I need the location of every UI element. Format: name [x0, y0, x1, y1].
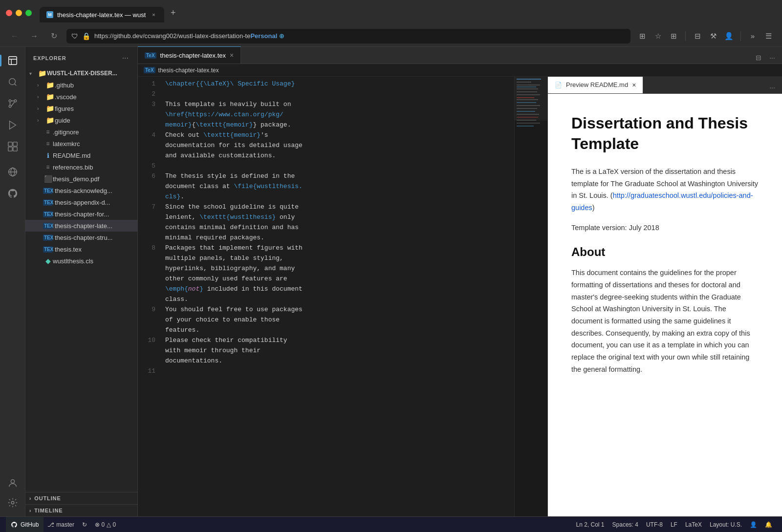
- outline-label: OUTLINE: [34, 495, 61, 501]
- star-icon[interactable]: ☆: [652, 30, 664, 42]
- sidebar-actions: ···: [121, 53, 130, 64]
- editor-tab-active[interactable]: TeX thesis-chapter-latex.tex ×: [138, 46, 241, 64]
- code-line-11: [165, 366, 510, 376]
- profiles-icon[interactable]: ⊞: [668, 30, 679, 42]
- tab-close-button[interactable]: ×: [150, 11, 157, 19]
- preview-more-button[interactable]: ···: [766, 82, 778, 93]
- sidebar-item-gitignore[interactable]: ≡ .gitignore: [25, 126, 137, 138]
- reload-button[interactable]: ↻: [47, 29, 61, 43]
- layout-label: Layout: U.S.: [710, 521, 742, 528]
- back-button[interactable]: ←: [8, 29, 22, 43]
- code-line-2: [165, 89, 510, 99]
- status-layout[interactable]: Layout: U.S.: [706, 517, 746, 532]
- preview-tab-active[interactable]: 📄 Preview README.md ×: [548, 77, 643, 93]
- sidebar-item-chapter-late[interactable]: TEX thesis-chapter-late...: [25, 220, 137, 232]
- activity-remote[interactable]: [3, 162, 22, 182]
- activity-run[interactable]: [3, 115, 22, 135]
- editor-area: TeX thesis-chapter-latex.tex × ⊟ ··· TeX…: [138, 47, 782, 516]
- gitignore-label: .gitignore: [53, 128, 133, 136]
- timeline-section[interactable]: › TIMELINE: [25, 504, 137, 516]
- guide-label: guide: [55, 117, 133, 124]
- errors-label: ⊗ 0: [95, 521, 105, 528]
- sidebar-item-thesis-tex[interactable]: TEX thesis.tex: [25, 243, 137, 255]
- status-sync[interactable]: ↻: [78, 517, 91, 532]
- code-content[interactable]: \chapter{{\LaTeX}\ Specific Usage} This …: [161, 77, 514, 516]
- chapter-for-label: thesis-chapter-for...: [55, 211, 133, 218]
- status-spaces[interactable]: Spaces: 4: [608, 517, 642, 532]
- status-encoding[interactable]: UTF-8: [642, 517, 667, 532]
- references-label: references.bib: [53, 164, 133, 171]
- activity-settings[interactable]: [3, 493, 22, 512]
- developer-tools-icon[interactable]: ⚒: [707, 30, 719, 42]
- split-view-icon[interactable]: ⊟: [692, 30, 703, 42]
- position-label: Ln 2, Col 1: [576, 521, 604, 528]
- sidebar-item-github[interactable]: › 📁 .github: [25, 79, 137, 91]
- new-tab-button[interactable]: +: [166, 6, 180, 20]
- thesis-tex-label: thesis.tex: [55, 246, 133, 253]
- tree-root[interactable]: ▾ 📁 WUSTL-LATEX-DISSER...: [25, 67, 137, 79]
- activity-account[interactable]: [3, 473, 22, 493]
- status-eol[interactable]: LF: [667, 517, 681, 532]
- menu-icon[interactable]: ☰: [762, 30, 774, 42]
- close-button[interactable]: [6, 10, 12, 16]
- svg-rect-7: [13, 142, 17, 146]
- acknowledg-label: thesis-acknowledg...: [55, 187, 133, 194]
- sidebar-item-guide[interactable]: › 📁 guide: [25, 114, 137, 126]
- status-position[interactable]: Ln 2, Col 1: [572, 517, 608, 532]
- line-numbers: 1 2 3 4 5 6 7 8: [138, 77, 161, 516]
- status-errors[interactable]: ⊗ 0 △ 0: [91, 517, 120, 532]
- sidebar-item-chapter-for[interactable]: TEX thesis-chapter-for...: [25, 208, 137, 220]
- browser-tab-bar: M thesis-chapter-latex.tex — wust × +: [40, 5, 776, 21]
- preview-tab-close[interactable]: ×: [632, 81, 636, 89]
- timeline-label: TIMELINE: [34, 508, 63, 513]
- minimize-button[interactable]: [16, 10, 22, 16]
- sidebar-item-thesis-demo[interactable]: ⬛ thesis_demo.pdf: [25, 173, 137, 185]
- thesis-demo-label: thesis_demo.pdf: [53, 175, 133, 183]
- status-account[interactable]: 👤: [746, 517, 761, 532]
- svg-rect-30: [517, 126, 534, 127]
- sidebar-item-figures[interactable]: › 📁 figures: [25, 103, 137, 114]
- sidebar-more-button[interactable]: ···: [121, 53, 130, 64]
- breadcrumb-filename[interactable]: thesis-chapter-latex.tex: [158, 67, 219, 74]
- status-github[interactable]: GitHub: [6, 517, 43, 532]
- activity-source-control[interactable]: [3, 94, 22, 113]
- forward-button[interactable]: →: [27, 29, 41, 43]
- address-bar[interactable]: 🛡 🔒 https://github.dev/ccwang002/wustl-l…: [66, 29, 630, 43]
- active-browser-tab[interactable]: M thesis-chapter-latex.tex — wust ×: [40, 7, 164, 22]
- timeline-chevron: ›: [29, 508, 31, 513]
- sidebar-item-vscode[interactable]: › 📁 .vscode: [25, 91, 137, 103]
- sidebar-item-references[interactable]: ≡ references.bib: [25, 161, 137, 173]
- split-editor-button[interactable]: ⊟: [753, 52, 764, 64]
- activity-extensions[interactable]: [3, 137, 22, 156]
- maximize-button[interactable]: [25, 10, 32, 16]
- bib-icon: ≡: [43, 164, 53, 170]
- sidebar-item-readme[interactable]: ℹ README.md: [25, 149, 137, 161]
- file-icon: ≡: [43, 128, 53, 135]
- status-branch[interactable]: ⎇ master: [43, 517, 78, 532]
- account-icon: 👤: [750, 521, 757, 528]
- sidebar-item-chapter-stru[interactable]: TEX thesis-chapter-stru...: [25, 232, 137, 243]
- sidebar-item-wustlthesis[interactable]: ◆ wustlthesis.cls: [25, 255, 137, 267]
- activity-search[interactable]: [3, 72, 22, 92]
- chapter-late-label: thesis-chapter-late...: [55, 222, 133, 230]
- folder-icon: 📁: [45, 81, 55, 89]
- tex-icon-active: TEX: [43, 223, 53, 229]
- github-status-label: GitHub: [21, 521, 39, 528]
- activity-github[interactable]: [3, 184, 22, 203]
- sidebar-item-latexmkrc[interactable]: ≡ latexmkrc: [25, 138, 137, 149]
- status-language[interactable]: LaTeX: [681, 517, 706, 532]
- outline-section[interactable]: › OUTLINE: [25, 492, 137, 504]
- appendix-label: thesis-appendix-d...: [55, 199, 133, 206]
- more-tabs-button[interactable]: ···: [766, 52, 778, 64]
- editor-tab-close[interactable]: ×: [230, 51, 234, 59]
- status-right: Ln 2, Col 1 Spaces: 4 UTF-8 LF LaTeX Lay…: [572, 517, 776, 532]
- status-bell[interactable]: 🔔: [761, 517, 776, 532]
- sidebar-item-appendix[interactable]: TEX thesis-appendix-d...: [25, 196, 137, 208]
- activity-files[interactable]: [3, 51, 22, 70]
- navbar: ← → ↻ 🛡 🔒 https://github.dev/ccwang002/w…: [0, 25, 782, 47]
- sidebar-item-acknowledg[interactable]: TEX thesis-acknowledg...: [25, 185, 137, 196]
- chevron-more-icon[interactable]: »: [747, 30, 759, 42]
- account-circle-icon[interactable]: 👤: [723, 30, 735, 42]
- preview-file-icon: 📄: [555, 82, 562, 88]
- extensions-grid-icon[interactable]: ⊞: [636, 30, 648, 42]
